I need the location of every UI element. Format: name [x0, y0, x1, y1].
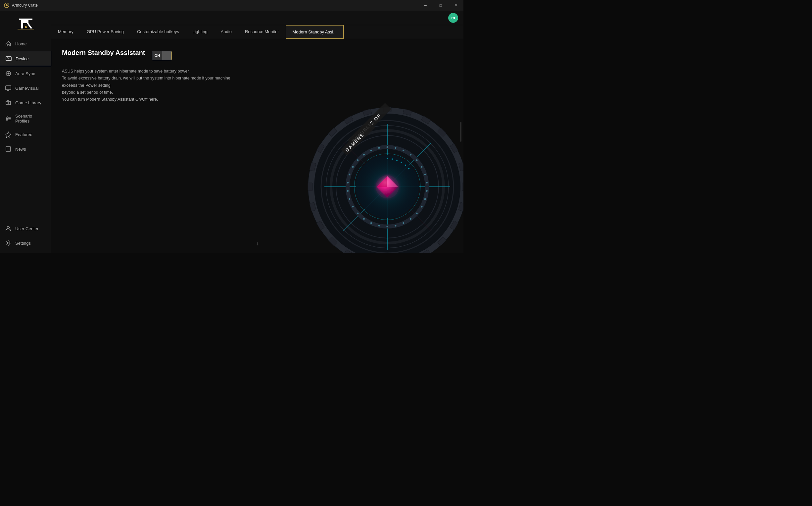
svg-marker-105 — [377, 176, 398, 197]
sidebar-item-game-library[interactable]: Game Library — [0, 95, 51, 110]
svg-point-102 — [405, 164, 406, 166]
expand-icon: + — [256, 241, 259, 248]
svg-point-52 — [321, 120, 453, 253]
gamevisual-icon — [5, 84, 12, 92]
svg-text:GAMERS: GAMERS — [344, 132, 365, 153]
toggle-row: Modern Standby Assistant ON — [62, 49, 453, 62]
svg-point-96 — [356, 155, 419, 218]
sidebar-item-label-device: Device — [16, 56, 29, 61]
svg-point-68 — [409, 153, 412, 156]
svg-rect-34 — [462, 183, 464, 191]
svg-rect-12 — [6, 101, 11, 105]
tab-resource-monitor[interactable]: Resource Monitor — [238, 25, 286, 39]
svg-point-90 — [352, 166, 354, 168]
maximize-button[interactable]: □ — [433, 0, 448, 11]
sidebar-item-label-scenario-profiles: Scenario Profiles — [15, 113, 47, 123]
description-line-1: ASUS helps your system enter hibernate m… — [62, 68, 244, 75]
svg-point-95 — [354, 154, 420, 220]
svg-point-26 — [308, 107, 464, 253]
sidebar-item-device[interactable]: Device — [0, 51, 51, 66]
svg-point-103 — [408, 168, 410, 170]
svg-rect-50 — [344, 116, 353, 124]
svg-rect-36 — [450, 221, 458, 230]
svg-point-91 — [357, 159, 359, 161]
sidebar-item-user-center[interactable]: User Center — [0, 221, 51, 236]
svg-point-83 — [363, 218, 365, 220]
svg-rect-33 — [459, 162, 464, 171]
sidebar-item-gamevisual[interactable]: GameVisual — [0, 81, 51, 95]
description-line-2: To avoid excessive battery drain, we wil… — [62, 75, 244, 89]
svg-point-64 — [347, 147, 427, 227]
window-controls: ─ □ ✕ — [418, 0, 464, 11]
sidebar-item-aura-sync[interactable]: Aura Sync — [0, 66, 51, 81]
sidebar-item-label-gamevisual: GameVisual — [15, 86, 39, 91]
svg-point-100 — [396, 160, 398, 161]
svg-point-86 — [348, 198, 350, 200]
svg-point-82 — [370, 222, 373, 224]
sidebar-item-label-user-center: User Center — [15, 226, 38, 231]
svg-point-97 — [356, 155, 419, 218]
sidebar-item-news[interactable]: News — [0, 142, 51, 156]
svg-rect-45 — [309, 202, 316, 211]
tab-memory[interactable]: Memory — [51, 25, 80, 39]
svg-point-93 — [370, 149, 373, 152]
toggle-on-label: ON — [152, 51, 163, 60]
svg-point-99 — [391, 158, 393, 160]
svg-point-84 — [357, 212, 359, 215]
rog-decoration: REPUBLIC OF GAMERS — [301, 101, 464, 253]
svg-line-63 — [343, 143, 431, 231]
minimize-button[interactable]: ─ — [418, 0, 433, 11]
svg-point-8 — [8, 73, 9, 74]
titlebar: Armoury Crate ─ □ ✕ — [0, 0, 464, 11]
svg-rect-29 — [403, 109, 412, 115]
svg-point-81 — [378, 225, 380, 227]
close-button[interactable]: ✕ — [448, 0, 464, 11]
svg-rect-28 — [383, 107, 391, 112]
svg-rect-108 — [347, 103, 391, 147]
svg-rect-44 — [316, 221, 324, 230]
svg-rect-38 — [421, 250, 431, 253]
svg-point-69 — [416, 159, 418, 161]
toggle-switch[interactable]: ON — [152, 51, 172, 60]
svg-text:REPUBLIC OF: REPUBLIC OF — [351, 112, 382, 144]
expand-hint: + — [51, 241, 464, 248]
sidebar-item-label-home: Home — [15, 41, 27, 47]
svg-rect-32 — [450, 144, 458, 153]
description-text: ASUS helps your system enter hibernate m… — [62, 68, 244, 103]
svg-point-80 — [387, 226, 388, 228]
svg-rect-47 — [309, 162, 316, 171]
svg-point-79 — [395, 225, 397, 227]
sidebar-item-settings[interactable]: Settings — [0, 236, 51, 250]
tab-gpu-power-saving[interactable]: GPU Power Saving — [80, 25, 130, 39]
app-container: Home Device — [0, 11, 464, 253]
svg-point-27 — [311, 111, 464, 253]
toggle-off-indicator — [162, 51, 171, 60]
sidebar-item-label-settings: Settings — [15, 241, 31, 246]
sidebar-item-label-aura-sync: Aura Sync — [15, 71, 35, 76]
featured-icon — [5, 131, 12, 138]
tab-customizable-hotkeys[interactable]: Customizable hotkeys — [130, 25, 186, 39]
app-icon — [4, 3, 9, 8]
app-title: Armoury Crate — [12, 3, 38, 8]
tab-audio[interactable]: Audio — [214, 25, 238, 39]
sidebar-item-home[interactable]: Home — [0, 36, 51, 51]
sidebar-nav: Home Device — [0, 36, 51, 221]
svg-point-1 — [6, 4, 8, 6]
svg-marker-107 — [377, 176, 387, 187]
svg-point-18 — [8, 118, 10, 119]
sidebar-item-scenario-profiles[interactable]: Scenario Profiles — [0, 110, 51, 127]
svg-point-24 — [7, 227, 10, 229]
description-line-4: You can turn Modern Standby Assistant On… — [62, 96, 244, 103]
svg-line-58 — [343, 143, 431, 231]
news-icon — [5, 145, 12, 153]
svg-point-75 — [421, 205, 423, 208]
content-area: m Memory GPU Power Saving Customizable h… — [51, 11, 464, 253]
tab-lighting[interactable]: Lighting — [186, 25, 214, 39]
svg-rect-3 — [6, 57, 11, 61]
sidebar-item-featured[interactable]: Featured — [0, 127, 51, 142]
svg-point-70 — [421, 166, 423, 168]
section-title: Modern Standby Assistant — [62, 49, 145, 57]
tab-modern-standby[interactable]: Modern Standby Assi... — [286, 25, 344, 39]
svg-point-94 — [378, 147, 380, 149]
user-avatar[interactable]: m — [448, 13, 458, 23]
